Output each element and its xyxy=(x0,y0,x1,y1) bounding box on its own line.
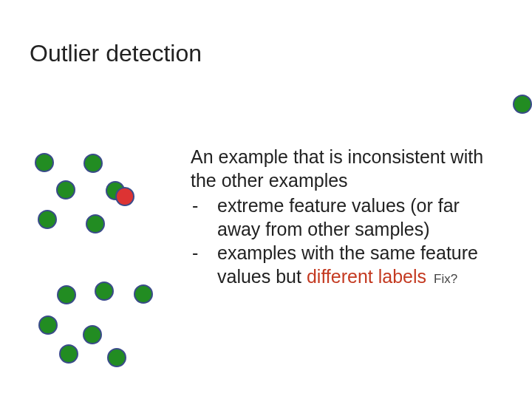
data-dot xyxy=(86,214,105,233)
data-dot xyxy=(134,284,153,304)
data-dot xyxy=(83,325,102,344)
data-dot xyxy=(107,348,126,367)
data-dot xyxy=(57,285,76,304)
lead-text: An example that is inconsistent with the… xyxy=(191,145,494,192)
page-title: Outlier detection xyxy=(30,40,202,67)
data-dot xyxy=(38,316,58,335)
data-dot xyxy=(35,153,54,172)
outlier-dot xyxy=(115,187,134,206)
data-dot xyxy=(59,344,78,364)
data-dot xyxy=(106,181,125,200)
bullet-1-text: extreme feature values (or far away from… xyxy=(217,195,460,239)
data-dot xyxy=(38,210,57,229)
data-dot xyxy=(83,154,103,173)
data-dot xyxy=(513,95,532,114)
bullet-2-accent: different labels xyxy=(307,266,426,287)
data-dot xyxy=(56,180,75,200)
bullet-2-small: Fix? xyxy=(434,271,457,287)
bullet-1: - extreme feature values (or far away fr… xyxy=(191,194,494,241)
body-text: An example that is inconsistent with the… xyxy=(191,145,494,288)
bullet-2: - examples with the same feature values … xyxy=(191,241,494,288)
data-dot xyxy=(95,282,114,301)
